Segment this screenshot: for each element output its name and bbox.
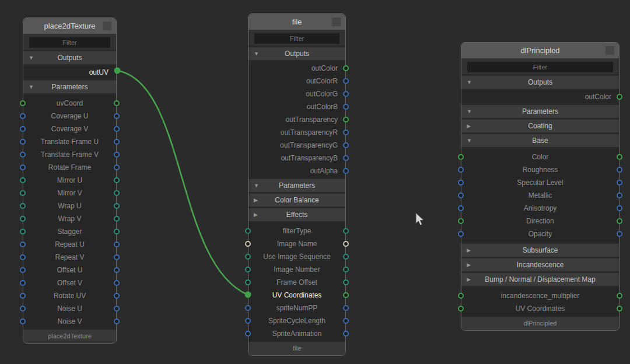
output-port[interactable] (114, 280, 120, 286)
input-port[interactable] (458, 205, 464, 211)
row-translate-frame-u[interactable]: Translate Frame U (23, 135, 116, 148)
input-port[interactable] (458, 218, 464, 224)
output-port[interactable] (114, 177, 120, 183)
output-port[interactable] (617, 94, 622, 100)
output-port[interactable] (343, 130, 349, 135)
section-outputs[interactable]: Outputs (23, 51, 116, 64)
row-spritecyclelength[interactable]: SpriteCycleLength (249, 314, 345, 327)
input-port[interactable] (20, 306, 26, 312)
input-port[interactable] (245, 331, 251, 337)
output-port[interactable] (114, 293, 120, 299)
row-outalpha[interactable]: outAlpha (249, 164, 345, 177)
row-spriteanimation[interactable]: SpriteAnimation (249, 327, 345, 340)
collapse-triangle-icon[interactable] (467, 258, 471, 271)
expand-triangle-icon[interactable] (254, 179, 259, 192)
node-header[interactable]: place2dTexture (23, 18, 116, 34)
row-stagger[interactable]: Stagger (23, 225, 116, 238)
output-port[interactable] (114, 113, 120, 119)
output-port[interactable] (343, 104, 349, 110)
section-base[interactable]: Base (461, 134, 619, 147)
output-port[interactable] (114, 216, 120, 222)
input-port[interactable] (458, 231, 464, 237)
collapse-triangle-icon[interactable] (254, 194, 258, 206)
output-port[interactable] (114, 267, 120, 273)
row-spritenumpp[interactable]: spriteNumPP (249, 302, 345, 314)
row-wrap-u[interactable]: Wrap U (23, 200, 116, 212)
output-port[interactable] (114, 152, 120, 158)
row-wrap-v[interactable]: Wrap V (23, 212, 116, 225)
output-port[interactable] (114, 126, 120, 132)
section-parameters[interactable]: Parameters (23, 80, 116, 93)
input-port[interactable] (245, 241, 251, 247)
row-outcolorb[interactable]: outColorB (249, 100, 345, 113)
row-outcolor[interactable]: outColor (249, 62, 345, 75)
section-incandescence[interactable]: Incandescence (461, 258, 619, 271)
input-port[interactable] (20, 177, 26, 183)
input-port[interactable] (20, 254, 26, 260)
output-port[interactable] (114, 318, 120, 324)
input-port[interactable] (20, 203, 26, 209)
row-uv-coordinates[interactable]: UV Coordinates (461, 302, 619, 315)
output-port[interactable] (343, 155, 349, 161)
section-outputs[interactable]: Outputs (461, 76, 619, 89)
input-port[interactable] (245, 267, 251, 272)
row-image-number[interactable]: Image Number (249, 263, 345, 276)
row-opacity[interactable]: Opacity (461, 228, 619, 240)
row-noise-v[interactable]: Noise V (23, 315, 116, 328)
input-port[interactable] (458, 306, 464, 312)
output-port[interactable] (617, 180, 622, 186)
expand-triangle-icon[interactable] (467, 105, 472, 118)
input-port[interactable] (245, 305, 251, 311)
row-repeat-v[interactable]: Repeat V (23, 251, 116, 264)
node-swatch[interactable] (606, 46, 614, 55)
row-anisotropy[interactable]: Anisotropy (461, 202, 619, 215)
output-port[interactable] (343, 91, 349, 97)
row-incandescence-multiplier[interactable]: incandescence_multiplier (461, 289, 619, 302)
input-port[interactable] (20, 164, 26, 170)
row-outcolor[interactable]: outColor (461, 90, 619, 103)
output-port[interactable] (114, 242, 120, 247)
collapse-triangle-icon[interactable] (467, 244, 471, 257)
output-port[interactable] (617, 167, 622, 173)
input-port[interactable] (20, 216, 26, 222)
input-port[interactable] (20, 318, 26, 324)
row-outcolorg[interactable]: outColorG (249, 88, 345, 100)
row-translate-frame-v[interactable]: Translate Frame V (23, 148, 116, 161)
node-dlprincipled[interactable]: dlPrincipled Outputs outColor Parameters… (461, 42, 620, 331)
output-port[interactable] (114, 100, 120, 106)
expand-triangle-icon[interactable] (467, 76, 472, 89)
node-header[interactable]: dlPrincipled (461, 43, 619, 58)
output-port[interactable] (343, 228, 349, 234)
output-port[interactable] (343, 279, 349, 285)
input-port[interactable] (20, 293, 26, 299)
row-outcolorr[interactable]: outColorR (249, 75, 345, 88)
input-port[interactable] (20, 113, 26, 119)
row-outtransparencyb[interactable]: outTransparencyB (249, 152, 345, 164)
input-port[interactable] (245, 318, 251, 324)
output-port[interactable] (114, 190, 120, 196)
input-port[interactable] (458, 293, 464, 299)
input-port[interactable] (20, 190, 26, 196)
input-port[interactable] (20, 229, 26, 235)
input-port[interactable] (458, 167, 464, 173)
input-port[interactable] (20, 267, 26, 273)
collapse-triangle-icon[interactable] (467, 273, 471, 286)
collapse-triangle-icon[interactable] (467, 120, 471, 132)
row-color[interactable]: Color (461, 150, 619, 163)
row-outtransparencyg[interactable]: outTransparencyG (249, 139, 345, 152)
row-use-image-sequence[interactable]: Use Image Sequence (249, 250, 345, 263)
filter-input[interactable] (254, 33, 340, 44)
output-port[interactable] (343, 117, 349, 123)
input-port[interactable] (20, 280, 26, 286)
node-file[interactable]: file Outputs outColor outColorR outColor… (248, 13, 346, 356)
row-metallic[interactable]: Metallic (461, 189, 619, 202)
output-port[interactable] (617, 205, 622, 211)
row-mirror-v[interactable]: Mirror V (23, 187, 116, 200)
output-port[interactable] (343, 254, 349, 260)
output-port[interactable] (114, 229, 120, 235)
input-port[interactable] (20, 126, 26, 132)
row-mirror-u[interactable]: Mirror U (23, 174, 116, 187)
row-offset-v[interactable]: Offset V (23, 276, 116, 289)
node-swatch[interactable] (103, 22, 111, 30)
input-port[interactable] (245, 254, 251, 260)
